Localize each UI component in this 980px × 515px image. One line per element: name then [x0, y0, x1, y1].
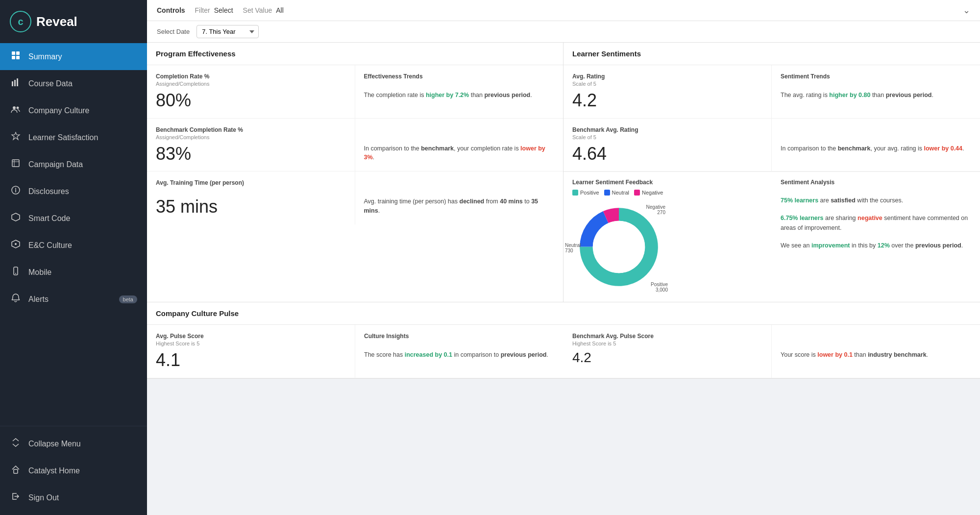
date-filter-bar: Select Date 7. This Year 1. All Time 2. … [147, 21, 980, 43]
alerts-label: Alerts [28, 295, 49, 304]
benchmark-rating-bold: benchmark [838, 145, 871, 152]
sidebar-item-learner-satisfaction[interactable]: Learner Satisfaction [0, 124, 147, 151]
svg-point-18 [15, 273, 16, 274]
sidebar-item-disclosures[interactable]: Disclosures [0, 178, 147, 205]
culture-title: Company Culture Pulse [156, 309, 239, 318]
sidebar-item-mobile[interactable]: Mobile [0, 259, 147, 286]
avg-rating-label: Avg. Rating [572, 73, 762, 80]
sentiment-feedback-chart-cell: Learner Sentiment Feedback Positive Neut… [564, 172, 772, 302]
benchmark-completion-value: 83% [156, 144, 346, 164]
benchmark-pulse-value: 4.2 [572, 350, 762, 366]
avg-rating-period: previous period [886, 92, 932, 98]
sentiment-trends-cell: Sentiment Trends The avg. rating is high… [772, 65, 980, 119]
panel-row-1: Program Effectiveness Completion Rate % … [147, 43, 980, 302]
satisfied-bold: satisfied [831, 197, 856, 204]
culture-header: Company Culture Pulse [147, 302, 980, 325]
positive-chart-label: Positive 3,000 [651, 282, 668, 293]
culture-increased: increased by 0.1 [405, 351, 452, 358]
sidebar-item-company-culture[interactable]: Company Culture [0, 97, 147, 124]
learner-sentiments-header: Learner Sentiments [564, 43, 980, 65]
neutral-legend: Neutral [604, 190, 629, 196]
negative-learners-highlight: 6.75% learners [781, 215, 824, 221]
culture-insights-sublabel [364, 341, 555, 346]
benchmark-trend-sublabel [364, 134, 555, 140]
sidebar-item-sign-out[interactable]: Sign Out [0, 484, 147, 511]
avg-rating-cell: Avg. Rating Scale of 5 4.2 [564, 65, 772, 119]
course-data-label: Course Data [28, 79, 73, 88]
negative-chart-label: Negative 270 [646, 204, 665, 215]
date-select[interactable]: 7. This Year 1. All Time 2. This Quarter… [196, 25, 259, 38]
benchmark-pulse-sublabel: Highest Score is 5 [572, 341, 762, 346]
avg-rating-value: 4.2 [572, 91, 762, 110]
avg-rating-sublabel: Scale of 5 [572, 81, 762, 87]
benchmark-rating-trend-cell: In comparison to the benchmark, your avg… [772, 119, 980, 172]
benchmark-pulse-desc: Your score is lower by 0.1 than industry… [781, 350, 971, 360]
learner-sentiments-body: Avg. Rating Scale of 5 4.2 Sentiment Tre… [564, 65, 980, 302]
sidebar-item-smart-code[interactable]: Smart Code [0, 205, 147, 232]
negative-legend-label: Negative [642, 190, 663, 196]
svg-rect-0 [12, 51, 15, 55]
svg-point-7 [13, 106, 16, 109]
svg-marker-14 [12, 213, 20, 221]
completion-rate-value: 80% [156, 91, 346, 110]
effectiveness-trends-label: Effectiveness Trends [364, 73, 555, 80]
feedback-label: Learner Sentiment Feedback [572, 179, 763, 186]
culture-section: Company Culture Pulse Avg. Pulse Score H… [147, 302, 980, 379]
program-metrics-grid: Completion Rate % Assigned/Completions 8… [147, 65, 563, 224]
catalyst-home-icon [10, 465, 22, 477]
filter-value[interactable]: Select [214, 6, 233, 14]
benchmark-pulse-cell: Benchmark Avg. Pulse Score Highest Score… [564, 325, 772, 378]
collapse-icon [10, 438, 22, 450]
benchmark-rating-trend-sublabel [781, 134, 971, 140]
svg-rect-6 [17, 78, 18, 86]
sidebar-item-collapse[interactable]: Collapse Menu [0, 430, 147, 457]
neutral-legend-color [604, 190, 610, 196]
expand-icon[interactable]: ⌄ [963, 5, 970, 16]
training-declined: declined [460, 198, 485, 205]
avg-pulse-sublabel: Highest Score is 5 [156, 341, 346, 346]
sentiments-metrics-grid: Avg. Rating Scale of 5 4.2 Sentiment Tre… [564, 65, 980, 172]
effectiveness-trends-sublabel [364, 81, 555, 87]
benchmark-pulse-trend-label [781, 333, 971, 340]
negative-sentiment-bold: negative [858, 215, 882, 221]
avg-training-value: 35 mins [156, 197, 346, 217]
negative-legend-color [634, 190, 640, 196]
avg-training-trend-label [364, 179, 555, 186]
controls-title: Controls [157, 6, 185, 14]
benchmark-pulse-label: Benchmark Avg. Pulse Score [572, 333, 762, 340]
benchmark-bold: benchmark [421, 145, 454, 152]
satisfied-highlight: 75% learners [781, 197, 818, 204]
avg-training-label: Avg. Training Time (per person) [156, 179, 346, 186]
sidebar-item-ec-culture[interactable]: E&C Culture [0, 232, 147, 259]
positive-legend-label: Positive [580, 190, 599, 196]
collapse-label: Collapse Menu [28, 440, 81, 448]
program-effectiveness-header: Program Effectiveness [147, 43, 563, 65]
benchmark-avg-rating-label: Benchmark Avg. Rating [572, 126, 762, 133]
negative-legend: Negative [634, 190, 663, 196]
benchmark-pulse-trend-cell: Your score is lower by 0.1 than industry… [772, 325, 980, 378]
company-culture-label: Company Culture [28, 106, 90, 115]
sidebar-item-course-data[interactable]: Course Data [0, 70, 147, 97]
sidebar-item-alerts[interactable]: Alerts beta [0, 286, 147, 313]
disclosures-icon [10, 185, 22, 197]
mobile-icon [10, 266, 22, 278]
avg-training-sublabel [156, 187, 346, 193]
benchmark-rating-highlight: lower by 0.44 [924, 145, 963, 152]
benchmark-completion-highlight: lower by 3% [364, 145, 545, 161]
effectiveness-trends-cell: Effectiveness Trends The completion rate… [355, 65, 564, 119]
sidebar-item-summary[interactable]: Summary [0, 43, 147, 70]
sidebar-item-campaign-data[interactable]: Campaign Data [0, 151, 147, 178]
mobile-label: Mobile [28, 268, 51, 277]
neutral-label-value: 730 [565, 248, 581, 253]
svg-rect-19 [14, 469, 18, 473]
sentiment-analysis-cell: Sentiment Analysis 75% learners are sati… [772, 172, 980, 302]
completion-rate-cell: Completion Rate % Assigned/Completions 8… [147, 65, 355, 119]
sidebar-item-catalyst-home[interactable]: Catalyst Home [0, 457, 147, 484]
program-effectiveness-body: Completion Rate % Assigned/Completions 8… [147, 65, 563, 224]
completion-trend-highlight: higher by 7.2% [426, 92, 469, 98]
benchmark-avg-rating-value: 4.64 [572, 144, 762, 164]
benchmark-pulse-lower: lower by 0.1 [817, 351, 853, 358]
sidebar: c Reveal Summary Course Data Company Cul… [0, 0, 147, 515]
set-value-value[interactable]: All [276, 6, 284, 14]
improvement-bold: improvement [811, 242, 850, 249]
